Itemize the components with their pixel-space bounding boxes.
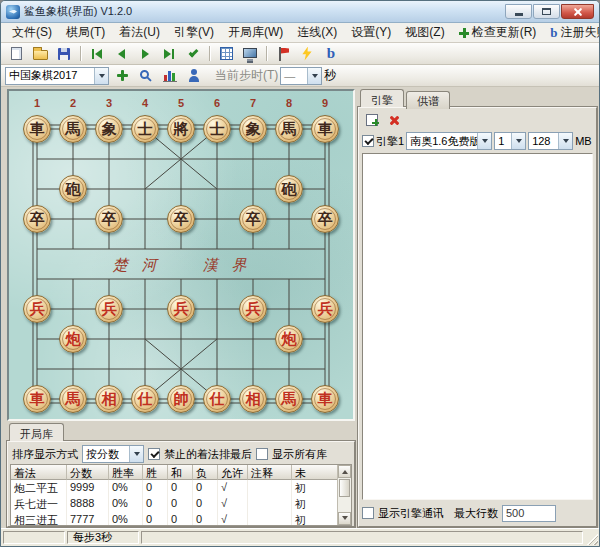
table-row[interactable]: 兵七进一88880%000√初 bbox=[11, 496, 337, 512]
dropdown-button[interactable] bbox=[307, 68, 321, 84]
chess-piece-卒[interactable]: 卒 bbox=[239, 205, 267, 233]
show-all-books-checkbox[interactable] bbox=[256, 448, 268, 460]
flag-button[interactable] bbox=[272, 44, 294, 63]
hash-select[interactable]: 128 bbox=[528, 132, 573, 150]
add-book-button[interactable] bbox=[111, 66, 133, 85]
chess-piece-將[interactable]: 將 bbox=[167, 115, 195, 143]
chess-piece-象[interactable]: 象 bbox=[239, 115, 267, 143]
chess-piece-仕[interactable]: 仕 bbox=[203, 385, 231, 413]
tab-opening-book[interactable]: 开局库 bbox=[9, 423, 64, 441]
show-engine-comm-checkbox[interactable] bbox=[362, 507, 374, 519]
new-game-button[interactable] bbox=[5, 44, 27, 63]
maximize-button[interactable] bbox=[533, 4, 560, 19]
chess-piece-車[interactable]: 車 bbox=[311, 385, 339, 413]
players-button[interactable] bbox=[183, 66, 205, 85]
open-button[interactable] bbox=[29, 44, 51, 63]
column-header[interactable]: 负 bbox=[193, 465, 218, 480]
chess-piece-象[interactable]: 象 bbox=[95, 115, 123, 143]
column-header[interactable]: 胜 bbox=[143, 465, 168, 480]
chess-piece-帥[interactable]: 帥 bbox=[167, 385, 195, 413]
chess-piece-卒[interactable]: 卒 bbox=[95, 205, 123, 233]
column-header[interactable]: 注释 bbox=[248, 465, 292, 480]
engine-output-list[interactable] bbox=[362, 153, 593, 500]
tab-book-feed[interactable]: 供谱 bbox=[406, 91, 450, 109]
chess-piece-卒[interactable]: 卒 bbox=[167, 205, 195, 233]
chess-piece-馬[interactable]: 馬 bbox=[275, 385, 303, 413]
dropdown-button[interactable] bbox=[94, 68, 108, 84]
engine-select[interactable]: 南奥1.6免费版 bbox=[406, 132, 492, 150]
menu-item[interactable]: 视图(Z) bbox=[398, 22, 451, 43]
save-button[interactable] bbox=[53, 44, 75, 63]
chess-piece-士[interactable]: 士 bbox=[131, 115, 159, 143]
dropdown-button[interactable] bbox=[129, 446, 143, 462]
menu-item[interactable]: 棋局(T) bbox=[59, 22, 112, 43]
chess-board[interactable]: 楚 河 漢 界 123456789 車馬象士將士象馬車砲砲卒卒卒卒卒兵兵兵兵兵炮… bbox=[9, 91, 353, 419]
chess-piece-馬[interactable]: 馬 bbox=[275, 115, 303, 143]
last-move-button[interactable] bbox=[158, 44, 180, 63]
opening-book-select[interactable]: 中国象棋2017 bbox=[5, 67, 109, 85]
menu-item[interactable]: 引擎(V) bbox=[167, 22, 221, 43]
menu-item-register-failed[interactable]: b 注册失败(Q) bbox=[543, 22, 600, 43]
engine-go-button[interactable] bbox=[296, 44, 318, 63]
scroll-up-button[interactable] bbox=[338, 465, 351, 478]
chess-piece-兵[interactable]: 兵 bbox=[167, 295, 195, 323]
menu-item[interactable]: 文件(S) bbox=[5, 22, 59, 43]
chess-piece-卒[interactable]: 卒 bbox=[23, 205, 51, 233]
dropdown-button[interactable] bbox=[511, 133, 525, 149]
chess-piece-士[interactable]: 士 bbox=[203, 115, 231, 143]
dropdown-button[interactable] bbox=[477, 133, 491, 149]
max-lines-input[interactable] bbox=[502, 505, 556, 522]
column-header[interactable]: 胜率 bbox=[109, 465, 143, 480]
table-row[interactable]: 炮二平五99990%000√初 bbox=[11, 480, 337, 496]
chess-piece-車[interactable]: 車 bbox=[311, 115, 339, 143]
forbidden-moves-last-checkbox[interactable] bbox=[148, 448, 160, 460]
sort-select[interactable]: 按分数 bbox=[82, 445, 144, 463]
computer-play-button[interactable] bbox=[239, 44, 261, 63]
column-header[interactable]: 分数 bbox=[67, 465, 109, 480]
menu-item[interactable]: 设置(Y) bbox=[344, 22, 398, 43]
menu-item-check-update[interactable]: 检查更新(R) bbox=[452, 22, 544, 43]
b-tool-button[interactable]: b bbox=[320, 44, 342, 63]
add-engine-button[interactable] bbox=[362, 111, 382, 129]
search-button[interactable] bbox=[135, 66, 157, 85]
prev-move-button[interactable] bbox=[110, 44, 132, 63]
chess-piece-砲[interactable]: 砲 bbox=[59, 175, 87, 203]
chess-piece-砲[interactable]: 砲 bbox=[275, 175, 303, 203]
chess-piece-車[interactable]: 車 bbox=[23, 115, 51, 143]
table-scrollbar[interactable] bbox=[337, 465, 351, 525]
chess-piece-兵[interactable]: 兵 bbox=[239, 295, 267, 323]
resize-grip[interactable] bbox=[585, 532, 598, 545]
auto-play-button[interactable] bbox=[182, 44, 204, 63]
scroll-down-button[interactable] bbox=[338, 512, 351, 525]
chess-piece-卒[interactable]: 卒 bbox=[311, 205, 339, 233]
chess-piece-馬[interactable]: 馬 bbox=[59, 115, 87, 143]
column-header[interactable]: 和 bbox=[168, 465, 193, 480]
chess-piece-炮[interactable]: 炮 bbox=[275, 325, 303, 353]
dropdown-button[interactable] bbox=[558, 133, 572, 149]
scrollbar-thumb[interactable] bbox=[339, 479, 350, 497]
chess-piece-兵[interactable]: 兵 bbox=[95, 295, 123, 323]
column-header[interactable]: 允许 bbox=[218, 465, 248, 480]
chess-piece-馬[interactable]: 馬 bbox=[59, 385, 87, 413]
step-time-select[interactable]: — bbox=[280, 67, 322, 85]
remove-engine-button[interactable] bbox=[384, 111, 404, 129]
menu-item[interactable]: 开局库(W) bbox=[221, 22, 290, 43]
column-header[interactable]: 着法 bbox=[11, 465, 67, 480]
chess-piece-車[interactable]: 車 bbox=[23, 385, 51, 413]
menu-item[interactable]: 着法(U) bbox=[112, 22, 167, 43]
first-move-button[interactable] bbox=[86, 44, 108, 63]
chess-piece-仕[interactable]: 仕 bbox=[131, 385, 159, 413]
column-header[interactable]: 未 bbox=[292, 465, 337, 480]
table-row[interactable]: 相三进五77770%000√初 bbox=[11, 512, 337, 526]
chess-piece-相[interactable]: 相 bbox=[239, 385, 267, 413]
engine1-checkbox[interactable] bbox=[362, 135, 374, 147]
next-move-button[interactable] bbox=[134, 44, 156, 63]
chess-piece-炮[interactable]: 炮 bbox=[59, 325, 87, 353]
chess-piece-兵[interactable]: 兵 bbox=[23, 295, 51, 323]
chess-piece-兵[interactable]: 兵 bbox=[311, 295, 339, 323]
threads-select[interactable]: 1 bbox=[494, 132, 526, 150]
board-view-button[interactable] bbox=[215, 44, 237, 63]
close-button[interactable] bbox=[561, 4, 594, 19]
menu-item[interactable]: 连线(X) bbox=[290, 22, 344, 43]
minimize-button[interactable] bbox=[505, 4, 532, 19]
